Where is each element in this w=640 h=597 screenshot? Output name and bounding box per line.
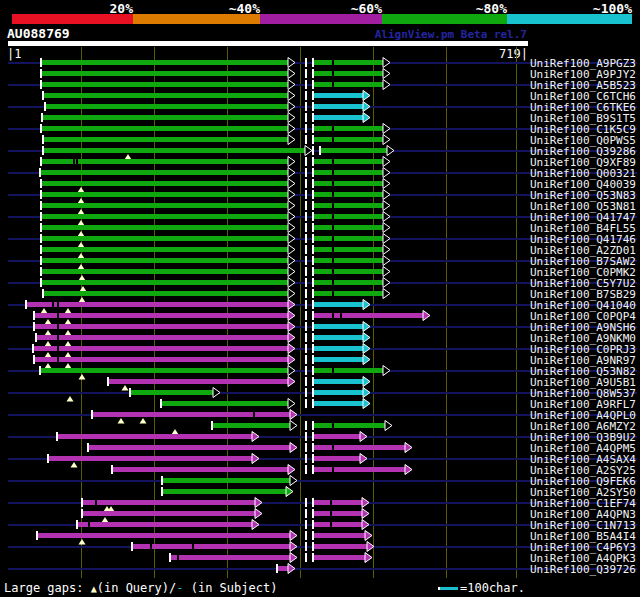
subject-gap-tick <box>332 82 334 87</box>
hsp-bar <box>313 522 362 527</box>
hollow-arrowhead-icon <box>305 146 312 156</box>
hsp-bar <box>26 302 288 307</box>
subject-gap-tick <box>332 192 334 197</box>
filled-arrowhead-icon <box>362 520 369 530</box>
subject-gap-tick <box>332 467 334 472</box>
hsp-bar <box>277 566 288 571</box>
hollow-arrowhead-icon <box>288 135 295 145</box>
segment-start-tick <box>87 443 89 452</box>
segment-start-tick <box>312 135 314 144</box>
char-scale-legend: =100char. <box>438 581 525 595</box>
segment-start-tick <box>129 388 131 397</box>
gridline <box>300 47 301 578</box>
subject-gap-tick <box>332 423 334 428</box>
hsp-bar <box>313 555 365 560</box>
segment-start-tick <box>161 476 163 485</box>
segment-start-tick <box>40 278 42 287</box>
hollow-arrowhead-icon <box>288 69 295 79</box>
hsp-bar <box>313 390 363 395</box>
segment-start-tick <box>312 289 314 298</box>
filled-arrowhead-icon <box>288 300 295 310</box>
gap-end-tick <box>305 69 307 78</box>
query-gap-triangle-icon <box>65 352 72 358</box>
gap-end-tick <box>305 355 307 364</box>
segment-start-tick <box>39 168 41 177</box>
hsp-bar <box>313 291 383 296</box>
query-gap-triangle-icon <box>78 264 85 270</box>
subject-gap-tick <box>332 60 334 65</box>
hollow-arrowhead-icon <box>288 201 295 211</box>
filled-arrowhead-icon <box>360 454 367 464</box>
hollow-arrowhead-icon <box>383 80 390 90</box>
gap-legend-query: (in Query)/ <box>97 581 176 595</box>
segment-start-tick <box>312 58 314 67</box>
filled-arrowhead-icon <box>288 355 295 365</box>
hsp-bar <box>313 368 383 373</box>
subject-gap-tick <box>332 71 334 76</box>
query-gap-triangle-icon <box>118 418 125 424</box>
subject-gap-tick <box>73 159 75 164</box>
segment-start-tick <box>40 267 42 276</box>
gap-legend: Large gaps: ▲(in Query)/- (in Subject) <box>4 581 277 595</box>
segment-start-tick <box>312 498 314 507</box>
hsp-bar <box>313 357 363 362</box>
filled-arrowhead-icon <box>363 377 370 387</box>
hsp-bar <box>313 93 363 98</box>
segment-start-tick <box>44 102 46 111</box>
subject-gap-tick <box>332 258 334 263</box>
filled-arrowhead-icon <box>405 443 412 453</box>
subject-gap-tick <box>332 170 334 175</box>
subject-gap-tick <box>95 500 97 505</box>
query-gap-triangle-icon <box>79 275 86 281</box>
alignment-plot: UniRef100_A9PGZ3UniRef100_A9PJY2UniRef10… <box>0 0 640 597</box>
hsp-bar <box>82 500 255 505</box>
segment-start-tick <box>312 322 314 331</box>
subject-gap-tick <box>76 159 78 164</box>
segment-start-tick <box>312 157 314 166</box>
hollow-arrowhead-icon <box>288 267 295 277</box>
gap-end-tick <box>305 465 307 474</box>
hsp-bar <box>313 500 362 505</box>
filled-arrowhead-icon <box>290 531 297 541</box>
segment-start-tick <box>312 443 314 452</box>
filled-arrowhead-icon <box>363 102 370 112</box>
hsp-bar <box>41 192 288 197</box>
hsp-bar <box>43 93 288 98</box>
hsp-bar <box>132 544 290 549</box>
segment-start-tick <box>36 531 38 540</box>
hollow-arrowhead-icon <box>383 256 390 266</box>
hsp-bar <box>313 423 385 428</box>
hsp-bar <box>313 511 362 516</box>
gap-end-tick <box>305 498 307 507</box>
hsp-bar <box>48 456 252 461</box>
hsp-bar <box>41 214 288 219</box>
query-gap-triangle-icon <box>78 209 85 215</box>
query-gap-triangle-icon <box>122 385 129 391</box>
filled-arrowhead-icon <box>288 344 295 354</box>
subject-gap-tick <box>57 346 59 351</box>
hsp-bar <box>313 313 423 318</box>
segment-start-tick <box>42 146 44 155</box>
hollow-arrowhead-icon <box>383 124 390 134</box>
segment-start-tick <box>312 256 314 265</box>
segment-start-tick <box>312 190 314 199</box>
gap-end-tick <box>305 333 307 342</box>
query-gap-triangle-icon <box>172 429 179 435</box>
hsp-bar <box>313 335 363 340</box>
gap-end-tick <box>305 179 307 188</box>
hollow-arrowhead-icon <box>383 278 390 288</box>
hsp-bar <box>108 379 288 384</box>
subject-gap-tick <box>253 412 255 417</box>
filled-arrowhead-icon <box>362 498 369 508</box>
segment-start-tick <box>312 355 314 364</box>
subject-gap-tick <box>332 137 334 142</box>
hsp-bar <box>313 467 405 472</box>
hsp-bar <box>170 555 290 560</box>
hsp-bar <box>82 511 255 516</box>
segment-start-tick <box>41 113 43 122</box>
hollow-arrowhead-icon <box>383 168 390 178</box>
filled-arrowhead-icon <box>363 91 370 101</box>
segment-start-tick <box>40 157 42 166</box>
subject-gap-tick <box>340 313 342 318</box>
segment-start-tick <box>32 344 34 353</box>
